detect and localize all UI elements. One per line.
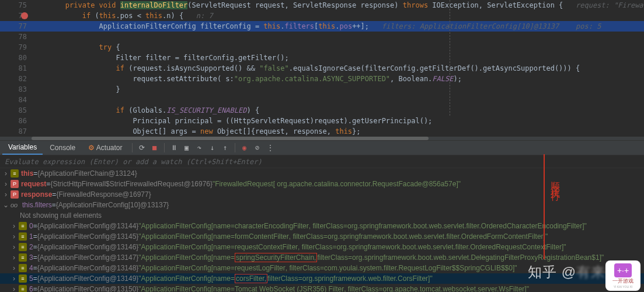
expand-icon[interactable]: › xyxy=(11,264,18,272)
array-index-row[interactable]: ›≡0 = {ApplicationFilterConfig@13144} "A… xyxy=(0,221,644,231)
breakpoint-icon[interactable] xyxy=(21,12,28,19)
annotation-label: 顺序执行 xyxy=(549,174,561,188)
expand-icon[interactable]: › xyxy=(11,253,18,262)
param-icon: P xyxy=(11,190,19,199)
object-icon: ≡ xyxy=(11,169,19,178)
not-showing-null: Not showing null elements xyxy=(0,210,644,221)
annotation-arrow xyxy=(544,154,545,259)
var-request[interactable]: ›P request = {StrictHttpFirewall$StrictF… xyxy=(0,179,644,189)
index-icon: ≡ xyxy=(19,232,27,241)
index-icon: ≡ xyxy=(19,222,27,230)
gamepad-icon: +·+ xyxy=(614,263,632,277)
editor-h-scrollbar[interactable] xyxy=(0,137,644,140)
pause-icon[interactable]: ⏸ xyxy=(168,142,180,154)
editor-margin-guide xyxy=(450,0,451,116)
rerun-icon[interactable]: ⟳ xyxy=(136,142,148,154)
frames-icon[interactable]: ▣ xyxy=(181,142,193,154)
index-icon: ≡ xyxy=(19,285,27,292)
expand-icon[interactable]: › xyxy=(11,274,18,283)
array-index-row[interactable]: ›≡6 = {ApplicationFilterConfig@13150} "A… xyxy=(0,284,644,292)
array-index-row[interactable]: ›≡1 = {ApplicationFilterConfig@13145} "A… xyxy=(0,231,644,242)
expand-icon[interactable]: › xyxy=(11,285,18,292)
more-icon[interactable]: ⋮ xyxy=(264,142,276,154)
evaluate-expression-input[interactable]: Evaluate expression (Enter) or add a wat… xyxy=(0,155,644,168)
expand-icon[interactable]: › xyxy=(11,243,18,251)
tab-console[interactable]: Console xyxy=(44,141,81,154)
collapse-icon[interactable]: ⌄ xyxy=(2,201,9,209)
watch-icon: oo xyxy=(11,201,21,208)
code-line-75: 75 private void internalDoFilter(Servlet… xyxy=(0,0,644,11)
index-icon: ≡ xyxy=(19,264,27,272)
array-index-row[interactable]: ›≡2 = {ApplicationFilterConfig@13146} "A… xyxy=(0,242,644,252)
view-breakpoints-icon[interactable]: ◉ xyxy=(239,142,250,154)
var-response[interactable]: ›P response = {FirewalledResponse@16977} xyxy=(0,189,644,200)
expand-icon[interactable]: › xyxy=(11,222,18,230)
gutter-75: 75 xyxy=(0,0,32,11)
index-icon: ≡ xyxy=(19,253,27,262)
array-index-row[interactable]: ›≡3 = {ApplicationFilterConfig@13147} "A… xyxy=(0,252,644,263)
var-this-filters[interactable]: ⌄oo this.filters = {ApplicationFilterCon… xyxy=(0,200,644,210)
editor: 75 private void internalDoFilter(Servlet… xyxy=(0,0,644,140)
code-line-76: 76 if (this.pos < this.n) { n: 7 xyxy=(0,11,644,21)
step-into-icon[interactable]: ↓ xyxy=(207,142,218,154)
expand-icon[interactable]: › xyxy=(11,232,18,241)
expand-icon[interactable]: › xyxy=(2,169,9,178)
step-out-icon[interactable]: ↑ xyxy=(220,142,231,154)
param-icon: P xyxy=(11,180,19,188)
index-icon: ≡ xyxy=(19,274,27,283)
index-icon: ≡ xyxy=(19,243,27,251)
stop-icon[interactable]: ■ xyxy=(149,142,161,154)
tab-variables[interactable]: Variables xyxy=(2,141,43,155)
code-line-77-current: 77 ApplicationFilterConfig filterConfig … xyxy=(0,21,644,32)
debug-toolwindow-tabs: Variables Console ⚙ Actuator ⟳ ■ ⏸ ▣ ↷ ↓… xyxy=(0,140,644,155)
game-logo-badge: +·+ 一开游戏 YI KAI YOU XI xyxy=(605,260,640,291)
step-over-icon[interactable]: ↷ xyxy=(194,142,206,154)
tab-actuator[interactable]: ⚙ Actuator xyxy=(82,141,128,154)
mute-breakpoints-icon[interactable]: ⊘ xyxy=(252,142,263,154)
var-this[interactable]: ›≡ this = {ApplicationFilterChain@13124} xyxy=(0,168,644,179)
